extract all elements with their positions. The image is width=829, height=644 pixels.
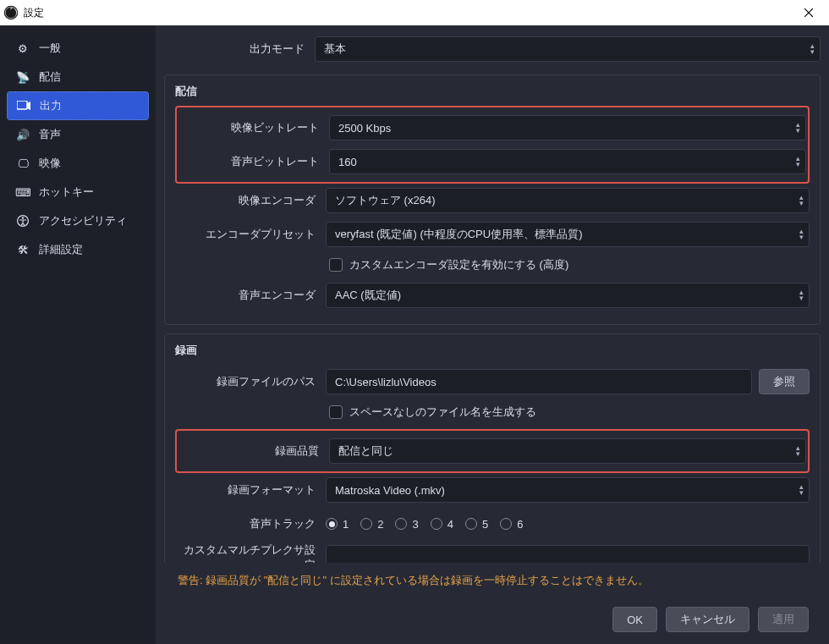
audio-encoder-select[interactable]: AAC (既定値) ▴▾ bbox=[326, 283, 810, 308]
audio-bitrate-label: 音声ビットレート bbox=[178, 154, 322, 169]
custom-mux-label: カスタムマルチプレクサ設定 bbox=[175, 542, 319, 563]
audio-track-4[interactable]: 4 bbox=[431, 518, 453, 531]
sidebar-item-general[interactable]: ⚙ 一般 bbox=[7, 34, 149, 63]
apply-button[interactable]: 適用 bbox=[758, 607, 809, 632]
speaker-icon: 🔊 bbox=[15, 129, 30, 141]
recording-path-label: 録画ファイルのパス bbox=[175, 374, 319, 389]
accessibility-icon bbox=[15, 215, 30, 227]
audio-track-5[interactable]: 5 bbox=[465, 518, 488, 531]
sidebar-item-stream[interactable]: 📡 配信 bbox=[7, 63, 149, 91]
output-mode-value: 基本 bbox=[324, 41, 346, 57]
sidebar-item-label: 一般 bbox=[39, 41, 61, 56]
custom-encoder-checkbox[interactable] bbox=[329, 258, 343, 272]
radio-icon bbox=[465, 518, 477, 530]
scroll-area[interactable]: 出力モード 基本 ▴▾ 配信 映像ビットレート bbox=[164, 32, 821, 563]
audio-track-3[interactable]: 3 bbox=[395, 518, 418, 531]
chevron-updown-icon: ▴▾ bbox=[799, 283, 804, 307]
chevron-updown-icon: ▴▾ bbox=[799, 189, 804, 212]
chevron-updown-icon: ▴▾ bbox=[796, 150, 800, 173]
gear-icon: ⚙ bbox=[15, 42, 30, 55]
video-encoder-value: ソフトウェア (x264) bbox=[335, 193, 435, 208]
video-bitrate-label: 映像ビットレート bbox=[178, 120, 322, 135]
audio-track-1[interactable]: 1 bbox=[326, 518, 349, 531]
video-bitrate-value: 2500 Kbps bbox=[338, 122, 391, 135]
encoder-preset-select[interactable]: veryfast (既定値) (中程度のCPU使用率、標準品質) ▴▾ bbox=[326, 222, 810, 247]
sidebar: ⚙ 一般 📡 配信 出力 🔊 音声 🖵 映像 ⌨ ホットキー bbox=[0, 25, 156, 644]
audio-track-2[interactable]: 2 bbox=[360, 518, 383, 531]
main-panel: 出力モード 基本 ▴▾ 配信 映像ビットレート bbox=[156, 25, 829, 644]
spinner-updown-icon: ▴▾ bbox=[796, 116, 800, 140]
browse-button[interactable]: 参照 bbox=[759, 369, 810, 394]
svg-point-6 bbox=[22, 217, 24, 218]
app-icon bbox=[3, 5, 19, 20]
chevron-updown-icon: ▴▾ bbox=[799, 223, 804, 246]
sidebar-item-label: 映像 bbox=[39, 156, 61, 171]
audio-bitrate-select[interactable]: 160 ▴▾ bbox=[329, 149, 806, 174]
chevron-updown-icon: ▴▾ bbox=[799, 478, 804, 502]
audio-encoder-value: AAC (既定値) bbox=[335, 288, 401, 303]
recording-quality-select[interactable]: 配信と同じ ▴▾ bbox=[329, 438, 806, 464]
output-icon bbox=[16, 101, 31, 111]
chevron-updown-icon: ▴▾ bbox=[810, 37, 815, 61]
video-encoder-label: 映像エンコーダ bbox=[175, 193, 319, 208]
audio-encoder-label: 音声エンコーダ bbox=[175, 288, 319, 303]
sidebar-item-hotkeys[interactable]: ⌨ ホットキー bbox=[7, 178, 149, 206]
no-space-filename-checkbox[interactable] bbox=[329, 405, 343, 419]
sidebar-item-advanced[interactable]: 🛠 詳細設定 bbox=[7, 235, 149, 264]
recording-path-input[interactable]: C:\Users\lizlu\Videos bbox=[326, 369, 752, 394]
encoder-preset-label: エンコーダプリセット bbox=[175, 227, 319, 242]
window-title: 設定 bbox=[24, 6, 792, 20]
radio-icon bbox=[431, 518, 442, 530]
recording-quality-highlight: 録画品質 配信と同じ ▴▾ bbox=[175, 429, 810, 473]
recording-format-select[interactable]: Matroska Video (.mkv) ▴▾ bbox=[326, 477, 810, 503]
recording-format-value: Matroska Video (.mkv) bbox=[335, 484, 445, 497]
encoder-preset-value: veryfast (既定値) (中程度のCPU使用率、標準品質) bbox=[335, 227, 583, 242]
sidebar-item-output[interactable]: 出力 bbox=[7, 91, 149, 120]
audio-track-6[interactable]: 6 bbox=[500, 518, 523, 531]
custom-mux-input[interactable] bbox=[326, 545, 810, 563]
footer: OK キャンセル 適用 bbox=[164, 598, 821, 644]
recording-group: 録画 録画ファイルのパス C:\Users\lizlu\Videos 参照 bbox=[164, 333, 821, 563]
sidebar-item-video[interactable]: 🖵 映像 bbox=[7, 149, 149, 178]
sidebar-item-label: 配信 bbox=[39, 69, 61, 85]
custom-encoder-checkbox-label: カスタムエンコーダ設定を有効にする (高度) bbox=[349, 257, 568, 272]
output-mode-select[interactable]: 基本 ▴▾ bbox=[315, 36, 821, 62]
recording-path-value: C:\Users\lizlu\Videos bbox=[335, 376, 436, 388]
video-bitrate-spinner[interactable]: 2500 Kbps ▴▾ bbox=[329, 115, 806, 140]
recording-group-title: 録画 bbox=[165, 334, 820, 361]
output-mode-label: 出力モード bbox=[164, 41, 308, 57]
ok-button[interactable]: OK bbox=[612, 607, 657, 632]
radio-icon bbox=[500, 518, 512, 530]
streaming-bitrate-highlight: 映像ビットレート 2500 Kbps ▴▾ 音声ビットレート bbox=[175, 106, 810, 184]
sidebar-item-label: ホットキー bbox=[39, 184, 94, 200]
output-mode-row: 出力モード 基本 ▴▾ bbox=[164, 32, 821, 66]
sidebar-item-label: 出力 bbox=[40, 98, 62, 113]
audio-bitrate-value: 160 bbox=[338, 156, 357, 168]
tools-icon: 🛠 bbox=[15, 244, 30, 256]
cancel-button[interactable]: キャンセル bbox=[666, 607, 749, 632]
recording-format-label: 録画フォーマット bbox=[175, 482, 319, 498]
no-space-filename-row[interactable]: スペースなしのファイル名を生成する bbox=[175, 399, 810, 426]
sidebar-item-accessibility[interactable]: アクセシビリティ bbox=[7, 206, 149, 235]
custom-encoder-checkbox-row[interactable]: カスタムエンコーダ設定を有効にする (高度) bbox=[175, 251, 810, 278]
audio-track-radios: 1 2 3 4 5 6 bbox=[326, 518, 810, 531]
close-button[interactable] bbox=[792, 0, 826, 25]
svg-rect-4 bbox=[17, 101, 27, 109]
monitor-icon: 🖵 bbox=[15, 157, 30, 170]
sidebar-item-label: アクセシビリティ bbox=[39, 213, 127, 228]
recording-quality-label: 録画品質 bbox=[178, 443, 322, 459]
radio-icon bbox=[326, 518, 338, 530]
sidebar-item-audio[interactable]: 🔊 音声 bbox=[7, 120, 149, 149]
no-space-filename-label: スペースなしのファイル名を生成する bbox=[349, 405, 536, 420]
keyboard-icon: ⌨ bbox=[15, 186, 30, 199]
chevron-updown-icon: ▴▾ bbox=[796, 439, 800, 463]
warning-text: 警告: 録画品質が "配信と同じ" に設定されている場合は録画を一時停止すること… bbox=[164, 563, 821, 598]
antenna-icon: 📡 bbox=[15, 71, 30, 84]
streaming-group-title: 配信 bbox=[165, 75, 820, 102]
video-encoder-select[interactable]: ソフトウェア (x264) ▴▾ bbox=[326, 188, 810, 213]
radio-icon bbox=[360, 518, 372, 530]
radio-icon bbox=[395, 518, 407, 530]
streaming-group: 配信 映像ビットレート 2500 Kbps ▴▾ bbox=[164, 74, 821, 325]
sidebar-item-label: 詳細設定 bbox=[39, 242, 83, 257]
audio-track-label: 音声トラック bbox=[175, 516, 319, 531]
